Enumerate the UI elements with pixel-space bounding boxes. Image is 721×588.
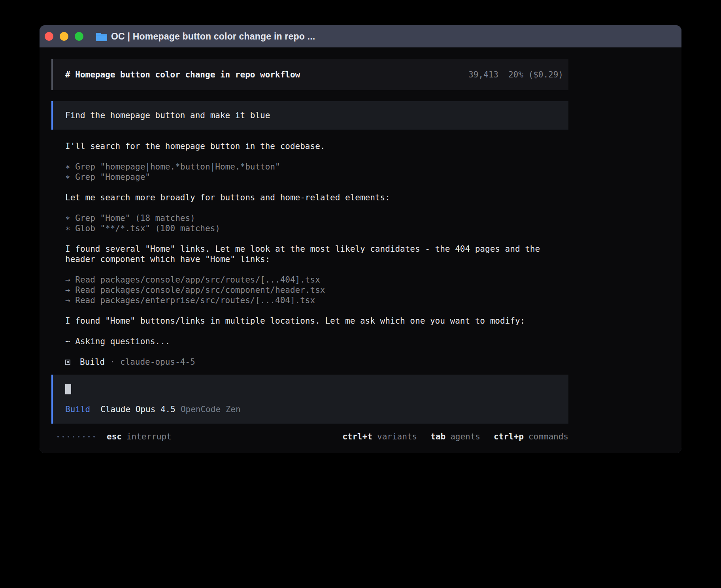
prompt-input[interactable]: Build Claude Opus 4.5 OpenCode Zen [51,375,568,424]
shortcut-commands: ctrl+p commands [494,432,568,442]
tool-call: ∗ Grep "Home" (18 matches) [65,213,568,223]
tool-call-group: ∗ Grep "homepage|home.*button|Home.*butt… [65,162,568,182]
minimize-button[interactable] [60,32,68,41]
context-cost: 20% ($0.29) [508,70,563,80]
shortcut-key: ctrl+t [342,432,372,442]
traffic-lights [45,32,83,41]
spinner-dots [57,436,95,437]
text-cursor [65,384,71,394]
status-bar: esc interrupt ctrl+t variants tab agents… [51,432,568,442]
shortcut-agents: tab agents [430,432,480,442]
tool-call-group: → Read packages/console/app/src/routes/[… [65,275,568,305]
user-message-text: Find the homepage button and make it blu… [65,110,270,121]
agent-name: Build [80,357,105,367]
agent-icon [65,360,70,365]
shortcut-key: ctrl+p [494,432,524,442]
assistant-text: I found "Home" buttons/links in multiple… [65,316,563,326]
close-button[interactable] [45,32,53,41]
shortcut-label: agents [450,432,480,442]
status-left: esc interrupt [51,432,172,442]
zoom-button[interactable] [75,32,83,41]
shortcut-label: commands [528,432,568,442]
window-title-group: OC | Homepage button color change in rep… [96,31,315,42]
shortcut-label: interrupt [126,432,172,442]
shortcut-key: esc [107,432,122,442]
terminal-window: OC | Homepage button color change in rep… [40,25,681,453]
tool-call: ∗ Glob "**/*.tsx" (100 matches) [65,223,568,234]
session-header: # Homepage button color change in repo w… [51,59,568,90]
tool-call: ∗ Grep "homepage|home.*button|Home.*butt… [65,162,568,172]
tool-call-group: ∗ Grep "Home" (18 matches) ∗ Glob "**/*.… [65,213,568,234]
session-title: # Homepage button color change in repo w… [65,70,300,80]
model-line: Build Claude Opus 4.5 OpenCode Zen [65,404,568,415]
shortcut-variants: ctrl+t variants [342,432,417,442]
session-stats: 39,413 20% ($0.29) [468,70,563,80]
tool-call: → Read packages/console/app/src/routes/[… [65,275,568,285]
token-count: 39,413 [468,70,498,80]
assistant-text: Let me search more broadly for buttons a… [65,192,563,203]
window-titlebar[interactable]: OC | Homepage button color change in rep… [40,25,681,47]
terminal-body: # Homepage button color change in repo w… [40,47,681,453]
window-title: OC | Homepage button color change in rep… [111,31,315,42]
shortcut-interrupt: esc interrupt [107,432,172,442]
shortcut-label: variants [377,432,417,442]
assistant-text: I'll search for the homepage button in t… [65,141,563,151]
agent-badge: Build · claude-opus-4-5 [65,357,568,367]
status-right: ctrl+t variants tab agents ctrl+p comman… [342,432,568,442]
tool-call: → Read packages/enterprise/src/routes/[.… [65,295,568,305]
input-model-label: Claude Opus 4.5 [100,404,176,415]
conversation: I'll search for the homepage button in t… [51,141,568,367]
input-provider-label: OpenCode Zen [181,404,241,415]
folder-icon [96,32,107,41]
shortcut-key: tab [430,432,445,442]
tool-call: ∗ Grep "Homepage" [65,172,568,182]
separator-dot: · [110,357,115,367]
asking-status: ~ Asking questions... [65,336,568,347]
tool-call: → Read packages/console/app/src/componen… [65,285,568,295]
input-agent-label: Build [65,404,90,415]
assistant-text: I found several "Home" links. Let me loo… [65,244,563,264]
user-message: Find the homepage button and make it blu… [51,101,568,130]
agent-model: claude-opus-4-5 [120,357,195,367]
